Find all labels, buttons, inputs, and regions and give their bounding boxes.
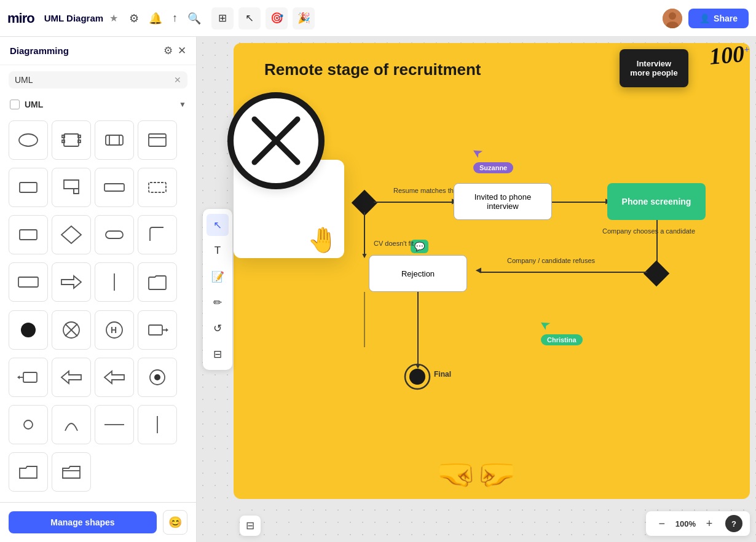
svg-point-3 (19, 134, 37, 146)
arrow-rejection-final: ▼ (417, 292, 419, 366)
shapes-icon[interactable]: ⊞ (211, 7, 234, 29)
shape-circle-x[interactable] (52, 310, 91, 350)
undo-button[interactable]: ↺ (207, 317, 229, 339)
manage-shapes-button[interactable]: Manage shapes (9, 511, 157, 533)
sidebar-title: Diagramming (10, 45, 157, 56)
svg-rect-20 (106, 231, 123, 238)
miro-logo: miro (7, 10, 34, 26)
shape-wide-rect[interactable] (95, 168, 134, 207)
shape-arrow-left[interactable] (95, 358, 134, 397)
hand-cursor-icon: 🤚 (307, 227, 338, 252)
svg-rect-18 (20, 230, 37, 240)
search-icon[interactable]: 🔍 (187, 12, 201, 25)
svg-rect-21 (18, 277, 38, 287)
search-input[interactable] (15, 75, 169, 85)
text-tool-button[interactable]: T (207, 240, 229, 262)
notifications-icon[interactable]: 🔔 (149, 12, 162, 25)
shape-rect-simple[interactable] (9, 168, 48, 207)
confetti-icon[interactable]: 🎉 (293, 7, 315, 29)
sticky-note-tool-button[interactable]: 📝 (207, 265, 229, 288)
uml-checkbox[interactable] (10, 100, 20, 109)
svg-rect-12 (149, 134, 166, 146)
cursor-tool-button[interactable]: ↖ (207, 214, 229, 236)
panel-toggle[interactable]: ⊟ (240, 516, 261, 536)
shape-rect-arrow-r[interactable] (138, 310, 177, 350)
shape-note-folded[interactable] (52, 168, 91, 207)
shape-folder[interactable] (138, 262, 177, 302)
svg-text:H: H (111, 325, 117, 335)
shape-dashed-rect[interactable] (138, 168, 177, 207)
shape-rect-wide[interactable] (9, 262, 48, 302)
cursor-tool-icon[interactable]: ↖ (238, 7, 261, 29)
shape-circle-filled[interactable] (9, 310, 48, 350)
clear-icon[interactable]: ✕ (174, 75, 181, 85)
svg-rect-4 (64, 134, 79, 146)
christina-nametag: Christina (541, 334, 583, 345)
shape-rect-plain[interactable] (138, 120, 177, 160)
shapes-grid: H (0, 114, 196, 502)
shape-arrow-right[interactable] (52, 262, 91, 302)
rejection-node[interactable]: Rejection (369, 255, 467, 292)
shape-circle-dot[interactable] (138, 358, 177, 397)
svg-rect-5 (62, 135, 65, 138)
shape-horizontal-line[interactable] (95, 405, 134, 444)
pen-tool-button[interactable]: ✏ (207, 291, 229, 313)
shape-ellipse[interactable] (9, 120, 48, 160)
shape-filmstrip[interactable] (52, 120, 91, 160)
chevron-down-icon: ▼ (179, 100, 186, 109)
share-button[interactable]: 👤 Share (688, 9, 749, 28)
svg-marker-32 (166, 328, 168, 332)
shape-diamond[interactable] (52, 215, 91, 254)
shape-vertical-bar[interactable] (138, 405, 177, 444)
emoji-button[interactable]: 😊 (163, 510, 187, 535)
chooses-diamond (644, 261, 669, 286)
topbar-right: 👤 Share (663, 9, 749, 28)
svg-marker-36 (61, 371, 81, 383)
upload-icon[interactable]: ↑ (172, 12, 178, 25)
arrow-cv-fit: ▼ (364, 212, 365, 255)
toolbar-center: ⊞ ↖ 🎯 🎉 (211, 7, 315, 29)
topbar-left: miro UML Diagram ★ ⚙ 🔔 ↑ 🔍 (7, 10, 204, 26)
invited-phone-node[interactable]: Invited to phone interview (454, 183, 552, 220)
panel-toggle-button[interactable]: ⊟ (207, 343, 229, 365)
shape-circle-h[interactable]: H (95, 310, 134, 350)
canvas-area[interactable]: ↖ T 📝 ✏ ↺ ⊟ Remote stage of recruitment … (197, 37, 756, 542)
arrow-start-resume: ▶ (374, 202, 454, 203)
uml-section[interactable]: UML ▼ (0, 95, 196, 114)
shape-vertical-line[interactable] (95, 262, 134, 302)
svg-marker-19 (61, 226, 81, 243)
christina-cursor: Christina (541, 320, 583, 345)
pointer-icon[interactable]: 🎯 (266, 7, 288, 29)
shape-rounded-corner[interactable] (138, 215, 177, 254)
fist-bump-sticker: 🤜🤛 (436, 455, 516, 493)
phone-screening-node[interactable]: Phone screening (607, 183, 706, 220)
topbar-icons: ⚙ 🔔 ↑ 🔍 (129, 12, 201, 25)
shape-folder-3[interactable] (52, 452, 91, 492)
shape-arrow-back[interactable] (52, 358, 91, 397)
svg-point-1 (669, 12, 676, 20)
shape-rect-rounded[interactable] (95, 120, 134, 160)
sidebar-header: Diagramming ⚙ ✕ (0, 37, 196, 65)
final-label: Final (434, 370, 451, 379)
bottom-bar: − 100% + ? (646, 511, 750, 536)
arrow-loop (364, 292, 365, 347)
svg-rect-16 (104, 184, 124, 191)
x-circle-overlay (227, 92, 325, 189)
svg-rect-7 (78, 135, 81, 138)
svg-point-45 (409, 369, 425, 385)
shape-folder-2[interactable] (9, 452, 48, 492)
zoom-out-button[interactable]: − (653, 515, 671, 532)
zoom-in-button[interactable]: + (701, 515, 718, 532)
help-button[interactable]: ? (725, 515, 742, 532)
shape-arc[interactable] (52, 405, 91, 444)
close-sidebar-button[interactable]: ✕ (178, 44, 186, 57)
shape-rect-arrow-l[interactable] (9, 358, 48, 397)
filter-icon[interactable]: ⚙ (163, 44, 173, 57)
interview-more-note[interactable]: Interview more people (620, 49, 688, 87)
arrow-diamond-rejection: ▶ (479, 272, 647, 273)
settings-icon[interactable]: ⚙ (129, 12, 139, 25)
shape-stadium[interactable] (95, 215, 134, 254)
shape-circle-small[interactable] (9, 405, 48, 444)
favorite-icon[interactable]: ★ (109, 12, 118, 24)
shape-rect-outline[interactable] (9, 215, 48, 254)
